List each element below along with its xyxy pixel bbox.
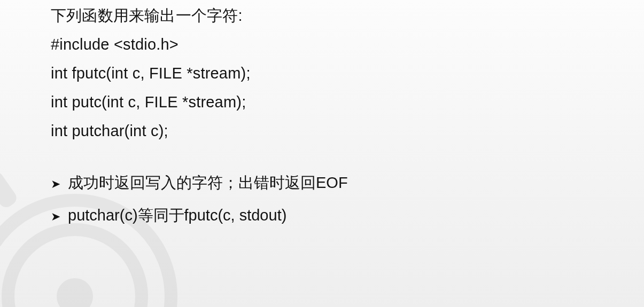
bullet-item-2: ➤ putchar(c)等同于fputc(c, stdout) — [51, 205, 596, 226]
svg-point-2 — [57, 278, 93, 307]
intro-line: 下列函数用来输出一个字符: — [51, 8, 596, 23]
bullet-item-1: ➤ 成功时返回写入的字符；出错时返回EOF — [51, 172, 596, 193]
code-line-putc: int putc(int c, FILE *stream); — [51, 95, 596, 110]
bullet-text-1: 成功时返回写入的字符；出错时返回EOF — [68, 172, 596, 193]
slide-content: 下列函数用来输出一个字符: #include <stdio.h> int fpu… — [51, 8, 596, 238]
code-line-include: #include <stdio.h> — [51, 37, 596, 52]
code-line-fputc: int fputc(int c, FILE *stream); — [51, 66, 596, 81]
triangle-bullet-icon: ➤ — [51, 177, 68, 191]
svg-rect-3 — [0, 169, 19, 210]
triangle-bullet-icon: ➤ — [51, 210, 68, 224]
bullet-text-2: putchar(c)等同于fputc(c, stdout) — [68, 205, 596, 226]
code-line-putchar: int putchar(int c); — [51, 123, 596, 139]
